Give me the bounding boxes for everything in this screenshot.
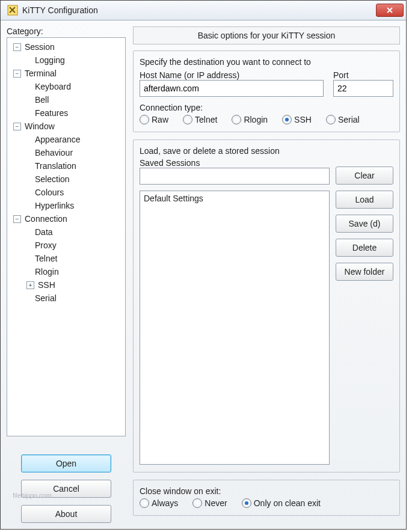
radio-icon [140,498,149,508]
connection-type-radio[interactable]: Telnet [183,115,217,124]
radio-icon [183,115,192,124]
category-tree[interactable]: −SessionLogging−TerminalKeyboardBellFeat… [7,37,126,436]
sessions-listbox[interactable]: Default Settings [140,191,330,465]
radio-icon [232,115,241,124]
tree-item[interactable]: −Window [8,120,124,133]
destination-group-label: Specify the destination you want to conn… [140,57,393,67]
watermark: filehippo.com [13,492,52,499]
tree-item-label: Session [23,40,56,54]
tree-item-label: Colours [34,186,65,199]
radio-label: SSH [294,115,312,124]
collapse-icon[interactable]: − [13,43,21,51]
connection-type-radio[interactable]: SSH [282,115,312,124]
category-label: Category: [7,26,126,36]
dialog-body: Category: −SessionLogging−TerminalKeyboa… [1,20,406,529]
tree-item[interactable]: −Terminal [8,67,124,80]
close-on-exit-group: Close window on exit: AlwaysNeverOnly on… [133,480,400,516]
radio-label: Raw [152,115,168,124]
tree-item[interactable]: −Connection [8,212,124,225]
saved-sessions-label: Saved Sessions [140,158,330,168]
connection-type-radio[interactable]: Serial [326,115,360,124]
list-item[interactable]: Default Settings [144,194,325,203]
radio-label: Only on clean exit [254,498,321,508]
tree-item-label: Selection [34,173,71,186]
tree-item-label: Appearance [34,133,82,146]
radio-icon [326,115,336,124]
radio-label: Telnet [195,115,217,124]
host-input[interactable] [140,80,324,97]
tree-item-label: Data [34,225,54,239]
radio-icon [192,498,202,508]
tree-item-label: Rlogin [34,265,60,278]
titlebar: KiTTY Configuration [1,1,406,20]
tree-item[interactable]: Colours [8,186,124,199]
tree-item-label: SSH [37,278,57,292]
tree-item-label: Window [23,120,56,133]
close-on-exit-options: AlwaysNeverOnly on clean exit [140,498,393,508]
tree-item[interactable]: Appearance [8,133,124,146]
tree-item[interactable]: −Session [8,40,124,54]
tree-item[interactable]: Behaviour [8,146,124,159]
destination-group: Specify the destination you want to conn… [133,50,400,132]
close-on-exit-radio[interactable]: Never [192,498,227,508]
left-column: Category: −SessionLogging−TerminalKeyboa… [7,26,126,523]
about-button[interactable]: About [21,505,111,523]
port-input[interactable] [333,80,393,97]
collapse-icon[interactable]: − [13,215,21,223]
tree-item[interactable]: Rlogin [8,265,124,278]
tree-item-label: Serial [34,292,58,305]
tree-item[interactable]: Hyperlinks [8,199,124,212]
radio-label: Always [152,498,178,508]
expand-icon[interactable]: + [26,281,34,289]
tree-item[interactable]: Bell [8,93,124,106]
tree-item-label: Features [34,106,69,120]
radio-icon [282,115,292,124]
port-label: Port [333,70,393,80]
tree-item[interactable]: Selection [8,173,124,186]
tree-item-label: Behaviour [34,146,74,159]
tree-item-label: Terminal [23,67,58,80]
collapse-icon[interactable]: − [13,123,21,130]
tree-item[interactable]: Translation [8,159,124,173]
connection-type-label: Connection type: [140,103,393,112]
tree-item-label: Keyboard [34,80,72,93]
new-folder-button[interactable]: New folder [336,263,393,281]
tree-item-label: Bell [34,93,50,106]
window-title: KiTTY Configuration [22,5,376,15]
tree-item-label: Hyperlinks [34,199,75,212]
radio-label: Never [204,498,227,508]
save-button[interactable]: Save (d) [336,215,393,233]
tree-item-label: Connection [23,212,69,225]
close-on-exit-radio[interactable]: Only on clean exit [242,498,321,508]
close-on-exit-label: Close window on exit: [140,486,393,496]
close-on-exit-radio[interactable]: Always [140,498,178,508]
open-button[interactable]: Open [21,454,111,472]
tree-item[interactable]: Data [8,225,124,239]
close-button[interactable] [376,4,404,17]
right-column: Basic options for your KiTTY session Spe… [133,26,400,523]
radio-icon [242,498,251,508]
tree-item[interactable]: Proxy [8,239,124,252]
connection-type-radio[interactable]: Rlogin [232,115,268,124]
close-icon [386,7,393,13]
delete-button[interactable]: Delete [336,239,393,257]
connection-type-radio[interactable]: Raw [140,115,168,124]
connection-type-options: RawTelnetRloginSSHSerial [140,115,393,124]
tree-item[interactable]: Logging [8,54,124,67]
collapse-icon[interactable]: − [13,70,21,78]
panel-header: Basic options for your KiTTY session [133,26,400,44]
tree-item-label: Proxy [34,239,58,252]
host-label: Host Name (or IP address) [140,70,324,80]
clear-button[interactable]: Clear [336,167,393,185]
app-window: KiTTY Configuration Category: −SessionLo… [0,0,407,530]
load-button[interactable]: Load [336,191,393,209]
radio-label: Serial [338,115,360,124]
tree-item[interactable]: Keyboard [8,80,124,93]
tree-item-label: Translation [34,159,78,173]
tree-item[interactable]: Features [8,106,124,120]
tree-item[interactable]: +SSH [8,278,124,292]
tree-item-label: Telnet [34,252,58,265]
saved-sessions-input[interactable] [140,168,330,185]
tree-item[interactable]: Telnet [8,252,124,265]
tree-item[interactable]: Serial [8,292,124,305]
